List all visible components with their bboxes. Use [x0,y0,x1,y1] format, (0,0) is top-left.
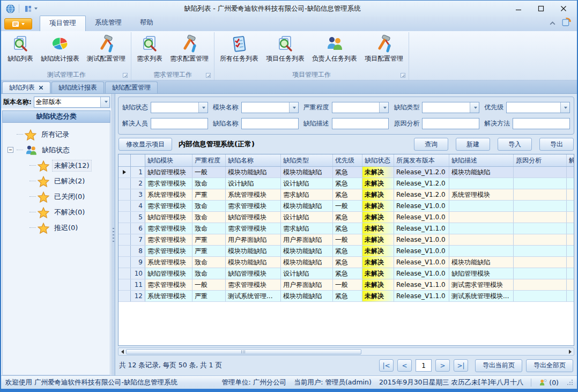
table-row[interactable]: 11需求管理模块一般需求管理模块用户界面缺陷一般未解决Release_V1.1.… [118,279,574,291]
ribbon-button-3-1[interactable]: 所有任务列表 [216,33,262,64]
filter-select[interactable] [241,102,299,113]
ribbon-tab-2[interactable]: 系统管理 [86,16,131,31]
maximize-button[interactable] [530,2,552,16]
ribbon-button-1-2[interactable]: 缺陷统计报表 [37,33,83,64]
table-row[interactable]: 2需求管理模块致命设计缺陷设计缺陷紧急未解决Release_V1.2.0 [118,178,574,189]
column-header-type[interactable]: 缺陷类型 [281,154,333,166]
column-header-analysis[interactable]: 原因分析 [514,154,567,166]
column-header-desc[interactable]: 缺陷描述 [449,154,514,166]
scrollbar-thumb[interactable] [126,349,361,354]
import-button[interactable]: 导入 [498,138,532,151]
scroll-right-icon[interactable] [567,350,573,354]
dialog-launcher-icon[interactable] [206,73,211,78]
chevron-down-icon[interactable] [379,102,388,113]
ribbon-button-3-3[interactable]: 负责人任务列表 [308,33,361,64]
tree-collapse-icon[interactable] [8,147,13,153]
cell-analysis [514,212,567,223]
app-menu-button[interactable] [4,18,32,29]
doc-tab-1[interactable]: 缺陷列表 [2,82,50,93]
table-row[interactable]: 1缺陷管理模块一般模块功能缺陷模块功能缺陷紧急未解决Release_V1.2.0… [118,167,574,178]
version-select[interactable]: 全部版本 [34,97,110,108]
modify-columns-button[interactable]: 修改显示项目 [118,138,172,151]
column-header-status[interactable]: 缺陷状态 [362,154,394,166]
ribbon-tab-3[interactable]: 帮助 [131,16,162,31]
chevron-down-icon[interactable] [100,97,109,107]
doc-tab-2[interactable]: 缺陷统计报表 [51,82,104,93]
ribbon-button-1-3[interactable]: 测试配置管理 [83,33,129,64]
ribbon-collapse-icon[interactable] [549,18,556,28]
filter-input[interactable] [422,118,479,129]
tree-item-3[interactable]: 未解决(12) [3,158,110,173]
close-tab-icon[interactable] [39,84,43,92]
dialog-launcher-icon[interactable] [123,73,128,78]
filter-select[interactable] [332,102,389,113]
table-row[interactable]: 6需求管理模块致命需求管理模块需求缺陷紧急未解决Release_V1.1.0 [118,223,574,234]
chevron-down-icon[interactable] [560,102,569,113]
ribbon-button-3-2[interactable]: 项目任务列表 [262,33,308,64]
close-button[interactable] [552,2,575,16]
filter-text-input[interactable] [513,119,578,129]
table-row[interactable]: 3系统管理模块严重系统管理模块需求缺陷紧急未解决Release_V1.2.0系统… [118,189,574,201]
chevron-down-icon[interactable] [198,102,208,113]
ribbon-button-label: 项目配置管理 [365,54,403,63]
cell-release: Release_V1.2.0 [394,178,449,189]
filter-input[interactable] [513,118,570,129]
search-button[interactable]: 查询 [414,138,448,151]
table-row[interactable]: 5缺陷管理模块致命缺陷管理模块设计缺陷紧急未解决Release_V1.0.0 [118,212,574,223]
ribbon-tab-1[interactable]: 项目管理 [40,16,86,31]
online-users-badge[interactable]: (0) [539,379,559,387]
table-row[interactable]: 7需求管理模块严重用户界面缺陷用户界面缺陷一般未解决Release_V1.0.0 [118,234,574,246]
page-prev-button[interactable]: < [397,359,412,372]
export-button[interactable]: 导出 [539,138,574,151]
filter-select[interactable] [506,102,570,113]
minimize-button[interactable] [507,2,530,16]
cell-type: 设计缺陷 [281,268,333,279]
column-header-severity[interactable]: 严重程度 [192,154,226,166]
column-header-module[interactable]: 缺陷模块 [145,154,192,166]
column-header-release[interactable]: 所属发布版本 [394,154,449,166]
scroll-left-icon[interactable] [120,350,125,354]
resize-grip[interactable] [567,380,573,385]
table-row[interactable]: 10缺陷管理模块致命缺陷管理模块设计缺陷紧急未解决Release_V1.0.0缺… [118,268,574,279]
row-selector-cell [118,291,131,301]
column-header-name[interactable]: 缺陷名称 [226,154,281,166]
tree-item-1[interactable]: 所有记录 [3,127,110,142]
horizontal-scrollbar[interactable] [118,347,574,356]
ribbon-button-2-2[interactable]: 需求配置管理 [166,33,212,64]
table-row[interactable]: 8需求管理模块严重模块功能缺陷模块功能缺陷紧急未解决Release_V1.0.0 [118,246,574,257]
export-all-pages-button[interactable]: 导出全部页 [526,359,573,372]
dialog-launcher-icon[interactable] [401,73,405,78]
export-current-page-button[interactable]: 导出当前页 [475,359,522,372]
page-next-button[interactable]: > [435,359,450,372]
ribbon-button-3-4[interactable]: 项目配置管理 [361,33,407,64]
page-first-button[interactable]: |< [379,359,394,372]
tree-item-label: 缺陷状态 [40,145,71,156]
filter-select[interactable] [422,102,479,113]
chevron-down-icon[interactable] [289,102,298,113]
table-row[interactable]: 4需求管理模块致命需求管理模块模块功能缺陷一般未解决Release_V1.0.0 [118,201,574,212]
filter-select[interactable] [151,102,208,113]
new-button[interactable]: 新建 [456,138,490,151]
filter-input[interactable] [332,118,389,129]
tree-item-5[interactable]: 已关闭(0) [3,189,110,204]
table-row[interactable]: 12系统管理模块严重测试系统管理...模块功能缺陷紧急未解决Release_V1… [118,291,574,302]
page-number-input[interactable] [416,359,432,372]
ribbon-button-1-1[interactable]: 缺陷列表 [4,33,37,64]
page-last-button[interactable]: >| [454,359,468,372]
column-header-solution[interactable]: 解决方法 [567,154,574,166]
tree-item-4[interactable]: 已解决(2) [3,173,110,189]
column-header-priority[interactable]: 优先级 [333,154,362,166]
chevron-down-icon[interactable] [470,102,479,113]
ribbon-button-2-1[interactable]: 需求列表 [133,33,166,64]
doc-tab-3[interactable]: 缺陷配置管理 [105,82,158,93]
sidebar-splitter[interactable] [112,94,115,375]
table-row[interactable]: 9系统管理模块致命模块功能缺陷模块功能缺陷紧急未解决Release_V1.0.0… [118,257,574,268]
filter-input[interactable] [241,118,299,129]
tree-item-6[interactable]: 不解决(0) [3,204,110,220]
filter-input[interactable] [151,118,208,129]
about-icon[interactable] [561,17,572,29]
cell-module: 需求管理模块 [145,223,192,234]
tree-item-7[interactable]: 推迟(0) [3,220,110,235]
tree-item-2[interactable]: 缺陷状态 [3,142,110,158]
quick-access-layout-icon[interactable] [23,4,33,13]
